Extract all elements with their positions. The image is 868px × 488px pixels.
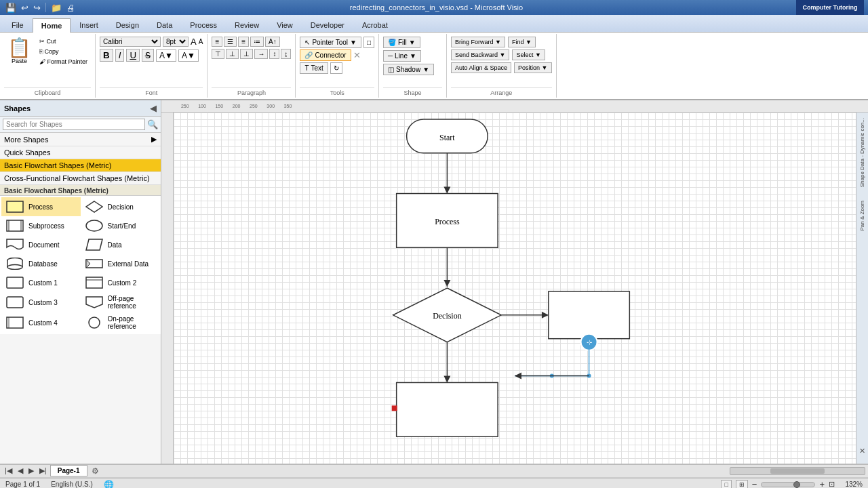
redo-button[interactable]: ↪ (32, 3, 42, 13)
shape-item-onpage-ref[interactable]: On-page reference (81, 312, 160, 333)
page-add-icon[interactable]: ⚙ (89, 466, 102, 476)
strikethrough-button[interactable]: S̶ (142, 49, 154, 62)
page-first-button[interactable]: |◀ (3, 466, 14, 475)
tab-view[interactable]: View (268, 18, 302, 32)
font-color-button[interactable]: A▼ (156, 49, 176, 62)
bring-forward-button[interactable]: Bring Forward ▼ (451, 37, 505, 47)
rotate-btn[interactable]: ↻ (330, 62, 342, 74)
shape-item-custom1[interactable]: Custom 1 (1, 273, 81, 292)
decrease-indent[interactable]: → (254, 49, 268, 59)
sidebar-close[interactable]: ✕ (859, 447, 865, 455)
valign-bottom[interactable]: ⊥ (240, 49, 253, 59)
search-shapes-input[interactable] (3, 119, 145, 130)
cross-functional-section[interactable]: Cross-Functional Flowchart Shapes (Metri… (0, 172, 161, 185)
send-backward-button[interactable]: Send Backward ▼ (451, 49, 509, 60)
tab-process[interactable]: Process (181, 18, 226, 32)
custom4-shape-label: Custom 4 (28, 319, 58, 327)
save-button[interactable]: 💾 (4, 3, 18, 13)
language-icon[interactable]: 🌐 (104, 480, 114, 488)
font-family-select[interactable]: Calibri (100, 37, 161, 47)
zoom-slider[interactable] (761, 482, 815, 487)
pointer-extra-btn[interactable]: □ (363, 37, 374, 48)
tab-review[interactable]: Review (226, 18, 268, 32)
auto-align-button[interactable]: Auto Align & Space (451, 62, 511, 73)
search-shapes-button[interactable]: 🔍 (147, 119, 158, 129)
tab-acrobat[interactable]: Acrobat (353, 18, 397, 32)
zoom-out-btn[interactable]: − (752, 479, 757, 488)
font-size-decrease[interactable]: A (199, 38, 203, 45)
shapes-collapse-button[interactable]: ◀ (150, 103, 157, 113)
format-painter-button[interactable]: 🖌 Format Painter (36, 57, 91, 66)
align-left-button[interactable]: ≡ (212, 37, 222, 47)
print-button[interactable]: 🖨 (65, 3, 77, 13)
connector-close[interactable]: ✕ (353, 50, 361, 60)
valign-middle[interactable]: ⊥ (226, 49, 239, 59)
shape-item-offpage-ref[interactable]: Off-page reference (81, 292, 160, 312)
align-center-button[interactable]: ☰ (224, 37, 237, 47)
normal-view-btn[interactable]: □ (721, 480, 731, 488)
tab-insert[interactable]: Insert (71, 18, 107, 32)
bold-button[interactable]: B (100, 49, 113, 62)
page-last-button[interactable]: ▶| (37, 466, 49, 475)
shape-item-document[interactable]: Document (1, 235, 81, 254)
text-highlight-button[interactable]: A▼ (178, 49, 199, 62)
increase-indent-button[interactable]: A↑ (265, 37, 280, 47)
connector-button[interactable]: 🔗 Connector (300, 49, 351, 61)
pointer-tool-button[interactable]: ↖ Pointer Tool ▼ (300, 37, 361, 48)
fill-button[interactable]: 🪣 Fill ▼ (383, 37, 420, 48)
shape-item-decision[interactable]: Decision (81, 197, 160, 216)
basic-flowchart-section[interactable]: Basic Flowchart Shapes (Metric) (0, 159, 161, 172)
full-screen-btn[interactable]: ⊞ (736, 480, 748, 488)
shape-item-custom2[interactable]: Custom 2 (81, 273, 160, 292)
copy-button[interactable]: ⎘ Copy (36, 47, 91, 56)
text-button[interactable]: T Text (300, 62, 328, 74)
horizontal-scrollbar[interactable] (730, 467, 865, 475)
more-shapes-section[interactable]: More Shapes ▶ (0, 133, 161, 146)
shape-item-process[interactable]: Process (1, 197, 81, 216)
shape-item-database[interactable]: Database (1, 254, 81, 273)
shadow-button[interactable]: ◫ Shadow ▼ (383, 64, 434, 75)
tab-data[interactable]: Data (148, 18, 181, 32)
page-tab-1[interactable]: Page-1 (50, 465, 87, 476)
shape-item-subprocess[interactable]: Subprocess (1, 216, 81, 235)
arrow-start-process-head (443, 187, 450, 194)
font-size-increase[interactable]: A (191, 37, 197, 47)
align-right-button[interactable]: ≡ (238, 37, 249, 47)
page-prev-button[interactable]: ◀ (16, 466, 25, 475)
para-spacing[interactable]: ↨ (281, 49, 291, 59)
shape-data-label[interactable]: Shape Data - Dynamic con... (859, 118, 865, 187)
underline-button[interactable]: U (126, 49, 140, 62)
find-button[interactable]: Find ▼ (508, 37, 536, 47)
bullets-button[interactable]: ≔ (250, 37, 264, 47)
diagram-canvas[interactable]: Start Process Decision (174, 113, 856, 464)
page-next-button[interactable]: ▶ (26, 466, 36, 475)
shape-item-external-data[interactable]: External Data (81, 254, 160, 273)
bottom-box[interactable] (397, 382, 498, 436)
tab-file[interactable]: File (3, 18, 33, 32)
shape-item-startend[interactable]: Start/End (81, 216, 160, 235)
close-icon[interactable]: ✕ (859, 447, 865, 455)
right-box[interactable] (549, 291, 630, 339)
shape-item-data[interactable]: Data (81, 235, 160, 254)
line-spacing[interactable]: ↕ (269, 49, 279, 59)
select-button[interactable]: Select ▼ (512, 49, 545, 60)
font-size-select[interactable]: 8pt (163, 37, 189, 47)
external-data-shape-icon (85, 257, 104, 270)
undo-button[interactable]: ↩ (20, 3, 30, 13)
zoom-in-btn[interactable]: + (819, 479, 825, 488)
quick-shapes-section[interactable]: Quick Shapes (0, 146, 161, 159)
fit-page-btn[interactable]: ⊡ (829, 480, 835, 488)
tab-home[interactable]: Home (33, 18, 71, 33)
line-button[interactable]: ─ Line ▼ (383, 50, 421, 62)
shape-item-custom4[interactable]: Custom 4 (1, 312, 81, 333)
tab-design[interactable]: Design (107, 18, 148, 32)
pan-zoom-label[interactable]: Pan & Zoom (859, 201, 865, 230)
cut-button[interactable]: ✂ Cut (36, 37, 91, 46)
italic-button[interactable]: I (115, 49, 125, 62)
position-button[interactable]: Position ▼ (514, 62, 551, 73)
paste-button[interactable]: 📋 Paste (4, 37, 35, 86)
open-button[interactable]: 📁 (50, 3, 63, 13)
valign-top[interactable]: ⊤ (212, 49, 224, 59)
shape-item-custom3[interactable]: Custom 3 (1, 292, 81, 312)
tab-developer[interactable]: Developer (302, 18, 353, 32)
